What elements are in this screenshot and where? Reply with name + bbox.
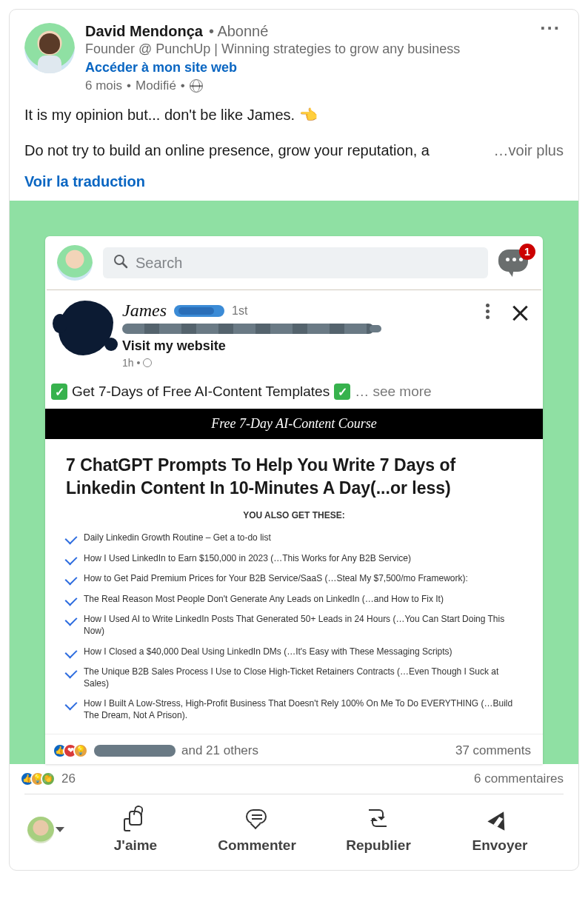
- comment-button[interactable]: Commenter: [196, 806, 318, 854]
- send-icon: [487, 806, 512, 831]
- embedded-screenshot: Search 1 James 1st Visit my webs: [45, 236, 543, 764]
- embedded-search-bar: Search: [103, 247, 488, 278]
- svg-line-1: [123, 264, 127, 267]
- comments-count[interactable]: 6 commentaires: [474, 771, 564, 786]
- check-icon: [65, 646, 78, 658]
- overflow-menu-button[interactable]: ···: [537, 23, 564, 35]
- bullet-list: Daily Linkedin Growth Routine – Get a to…: [66, 528, 522, 726]
- embedded-author-name: James: [122, 301, 167, 321]
- list-item: How I Built A Low-Stress, High-Profit Bu…: [66, 694, 522, 726]
- post-line-1: It is my opinion but... don't be like Ja…: [24, 104, 564, 126]
- redacted-headline: [122, 324, 374, 334]
- list-item: The Real Reason Most People Don't Genera…: [66, 589, 522, 610]
- clap-reaction-icon: 👏: [41, 771, 56, 786]
- globe-icon: [143, 358, 152, 367]
- actions-bar: J'aime Commenter Republier Envoyer: [10, 794, 578, 870]
- post-age: 6 mois: [85, 78, 122, 93]
- repost-icon: [366, 806, 391, 831]
- post-body: It is my opinion but... don't be like Ja…: [10, 99, 578, 169]
- embedded-content: 7 ChatGPT Prompts To Help You Write 7 Da…: [45, 439, 543, 734]
- post-header: David Mendonça • Abonné Founder @ PunchU…: [10, 10, 578, 99]
- post-card: David Mendonça • Abonné Founder @ PunchU…: [9, 9, 579, 871]
- also-get-label: YOU ALSO GET THESE:: [66, 510, 522, 520]
- messages-icon: 1: [498, 250, 531, 276]
- list-item: The Unique B2B Sales Process I Use to Cl…: [66, 662, 522, 694]
- redacted-surname: [174, 305, 224, 317]
- check-icon: [65, 698, 78, 711]
- embedded-post-text: ✓ Get 7-Days of Free AI-Content Template…: [45, 373, 543, 409]
- relation-label: • Abonné: [209, 23, 268, 40]
- content-title: 7 ChatGPT Prompts To Help You Write 7 Da…: [66, 454, 522, 500]
- list-item: How I Closed a $40,000 Deal Using Linked…: [66, 642, 522, 663]
- redacted-reactor-name: [94, 745, 176, 757]
- redacted-avatar: [59, 301, 113, 355]
- embedded-see-more: … see more: [355, 384, 431, 400]
- chevron-down-icon: [56, 827, 64, 832]
- embedded-comments-count: 37 comments: [455, 743, 531, 758]
- check-icon: [65, 573, 78, 586]
- close-icon: [510, 304, 529, 323]
- translate-link[interactable]: Voir la traduction: [10, 169, 578, 201]
- check-icon: [65, 532, 78, 545]
- post-meta: 6 mois • Modifié •: [85, 78, 537, 93]
- course-banner: Free 7-Day AI-Content Course: [45, 409, 543, 439]
- author-name[interactable]: David Mendonça: [85, 23, 203, 40]
- post-line-2: Do not try to build an online presence, …: [24, 139, 490, 161]
- check-icon: ✓: [334, 384, 350, 400]
- embedded-post-time: 1h•: [122, 357, 477, 369]
- connection-degree: 1st: [232, 304, 247, 318]
- reaction-count[interactable]: 26: [61, 771, 76, 786]
- embedded-topbar: Search 1: [45, 236, 543, 289]
- embedded-website-link: Visit my website: [122, 338, 477, 354]
- social-counts-row: 👍 💡 👏 26 6 commentaires: [10, 764, 578, 791]
- list-item: Daily Linkedin Growth Routine – Get a to…: [66, 528, 522, 549]
- author-headline: Founder @ PunchUp | Winning strategies t…: [85, 41, 537, 57]
- comment-icon: [244, 806, 270, 831]
- check-icon: ✓: [51, 384, 67, 400]
- reaction-icons: 👍 ❤ 💡: [57, 743, 88, 758]
- author-info: David Mendonça • Abonné Founder @ PunchU…: [85, 23, 537, 93]
- embedded-self-avatar: [57, 245, 93, 281]
- website-link[interactable]: Accéder à mon site web: [85, 60, 237, 76]
- see-more-link[interactable]: …voir plus: [490, 139, 564, 161]
- embedded-social-row: 👍 ❤ 💡 and 21 others 37 comments: [45, 734, 543, 764]
- notification-badge: 1: [519, 244, 535, 260]
- check-icon: [65, 614, 78, 626]
- self-avatar: [27, 817, 54, 843]
- list-item: How to Get Paid Premium Prices for Your …: [66, 569, 522, 589]
- check-icon: [65, 552, 78, 565]
- author-avatar[interactable]: [24, 23, 75, 73]
- thumbs-up-icon: [123, 806, 148, 831]
- idea-reaction-icon: 💡: [73, 743, 88, 758]
- globe-icon: [190, 79, 203, 93]
- post-image[interactable]: Search 1 James 1st Visit my webs: [10, 201, 578, 764]
- check-icon: [65, 666, 78, 679]
- send-button[interactable]: Envoyer: [439, 806, 561, 854]
- embedded-post-header: James 1st Visit my website 1h•: [45, 290, 543, 373]
- others-count: and 21 others: [181, 743, 258, 758]
- search-placeholder: Search: [136, 255, 182, 272]
- repost-button[interactable]: Republier: [318, 806, 439, 854]
- list-item: How I Used LinkedIn to Earn $150,000 in …: [66, 549, 522, 569]
- list-item: How I Used AI to Write LinkedIn Posts Th…: [66, 609, 522, 641]
- kebab-icon: [486, 304, 490, 319]
- search-icon: [113, 254, 128, 272]
- reaction-icons[interactable]: 👍 💡 👏: [24, 771, 56, 786]
- identity-switcher[interactable]: [27, 817, 64, 843]
- edited-label: Modifié: [136, 78, 176, 93]
- check-icon: [65, 593, 78, 606]
- like-button[interactable]: J'aime: [75, 806, 196, 854]
